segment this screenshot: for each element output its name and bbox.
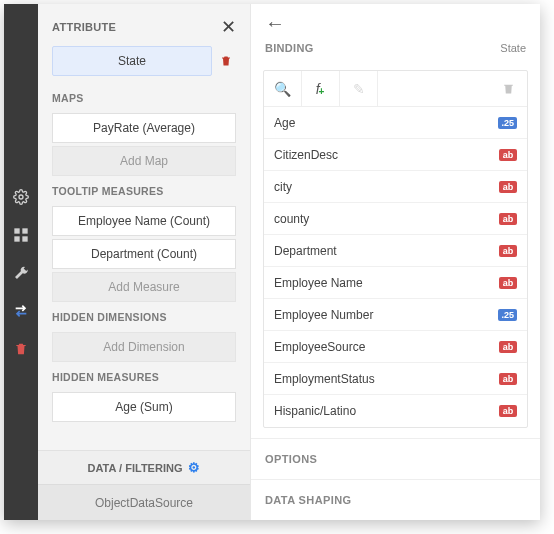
close-icon[interactable]: ✕ — [221, 16, 236, 38]
section-title: TOOLTIP MEASURES — [38, 179, 250, 203]
svg-rect-4 — [22, 236, 27, 241]
svg-rect-1 — [14, 228, 19, 233]
numeric-badge-icon: .25 — [498, 309, 517, 321]
text-badge-icon: ab — [499, 213, 517, 225]
item-box[interactable]: PayRate (Average) — [52, 113, 236, 143]
field-name: Employee Name — [274, 276, 363, 290]
field-row[interactable]: Departmentab — [264, 235, 527, 267]
trash-icon[interactable] — [4, 330, 38, 368]
field-row[interactable]: CitizenDescab — [264, 139, 527, 171]
binding-heading: BINDING — [265, 42, 314, 54]
field-name: Age — [274, 116, 295, 130]
options-section[interactable]: OPTIONS — [251, 438, 540, 479]
data-shaping-section[interactable]: DATA SHAPING — [251, 479, 540, 520]
item-box[interactable]: Department (Count) — [52, 239, 236, 269]
numeric-badge-icon: .25 — [498, 117, 517, 129]
app-window: ATTRIBUTE ✕ State MAPSPayRate (Average)A… — [4, 4, 540, 520]
section-title: HIDDEN MEASURES — [38, 365, 250, 389]
field-row[interactable]: EmployeeSourceab — [264, 331, 527, 363]
text-badge-icon: ab — [499, 181, 517, 193]
delete-attribute-icon[interactable] — [220, 55, 236, 67]
add-placeholder[interactable]: Add Measure — [52, 272, 236, 302]
field-row[interactable]: Hispanic/Latinoab — [264, 395, 527, 427]
icon-sidebar — [4, 4, 38, 520]
text-badge-icon: ab — [499, 373, 517, 385]
add-placeholder[interactable]: Add Dimension — [52, 332, 236, 362]
gear-icon[interactable] — [4, 178, 38, 216]
svg-rect-2 — [22, 228, 27, 233]
field-name: Employee Number — [274, 308, 373, 322]
field-row[interactable]: Age.25 — [264, 107, 527, 139]
wrench-icon[interactable] — [4, 254, 38, 292]
trash-icon[interactable] — [489, 82, 527, 95]
field-name: CitizenDesc — [274, 148, 338, 162]
field-row[interactable]: Employee Number.25 — [264, 299, 527, 331]
binding-state: State — [500, 42, 526, 54]
section-title: HIDDEN DIMENSIONS — [38, 305, 250, 329]
field-row[interactable]: countyab — [264, 203, 527, 235]
field-name: Department — [274, 244, 337, 258]
field-name: Hispanic/Latino — [274, 404, 356, 418]
attribute-heading: ATTRIBUTE — [52, 21, 116, 33]
svg-point-0 — [19, 195, 23, 199]
text-badge-icon: ab — [499, 149, 517, 161]
field-name: EmploymentStatus — [274, 372, 375, 386]
text-badge-icon: ab — [499, 341, 517, 353]
gear-icon[interactable]: ⚙ — [188, 460, 200, 475]
data-filtering-bar[interactable]: DATA / FILTERING ⚙ — [38, 450, 250, 484]
left-panel: ATTRIBUTE ✕ State MAPSPayRate (Average)A… — [38, 4, 250, 520]
field-name: EmployeeSource — [274, 340, 365, 354]
fx-add-icon[interactable]: f+ — [302, 71, 340, 106]
text-badge-icon: ab — [499, 405, 517, 417]
field-name: city — [274, 180, 292, 194]
layout-icon[interactable] — [4, 216, 38, 254]
section-title: MAPS — [38, 86, 250, 110]
swap-icon[interactable] — [4, 292, 38, 330]
left-sections: MAPSPayRate (Average)Add MapTOOLTIP MEAS… — [38, 86, 250, 425]
back-arrow-icon[interactable]: ← — [265, 12, 285, 35]
binding-toolbar: 🔍 f+ ✎ — [264, 71, 527, 107]
field-row[interactable]: cityab — [264, 171, 527, 203]
data-source-row[interactable]: ObjectDataSource — [38, 484, 250, 520]
field-name: county — [274, 212, 309, 226]
svg-rect-3 — [14, 236, 19, 241]
binding-list: 🔍 f+ ✎ Age.25CitizenDescabcityabcountyab… — [263, 70, 528, 428]
add-placeholder[interactable]: Add Map — [52, 146, 236, 176]
field-row[interactable]: Employee Nameab — [264, 267, 527, 299]
edit-icon[interactable]: ✎ — [340, 71, 378, 106]
item-box[interactable]: Employee Name (Count) — [52, 206, 236, 236]
text-badge-icon: ab — [499, 245, 517, 257]
item-box[interactable]: Age (Sum) — [52, 392, 236, 422]
attribute-chip[interactable]: State — [52, 46, 212, 76]
data-filtering-label: DATA / FILTERING — [88, 462, 183, 474]
text-badge-icon: ab — [499, 277, 517, 289]
right-panel: ← BINDING State 🔍 f+ ✎ Age.25CitizenDesc… — [250, 4, 540, 520]
field-row[interactable]: EmploymentStatusab — [264, 363, 527, 395]
search-icon[interactable]: 🔍 — [264, 71, 302, 106]
